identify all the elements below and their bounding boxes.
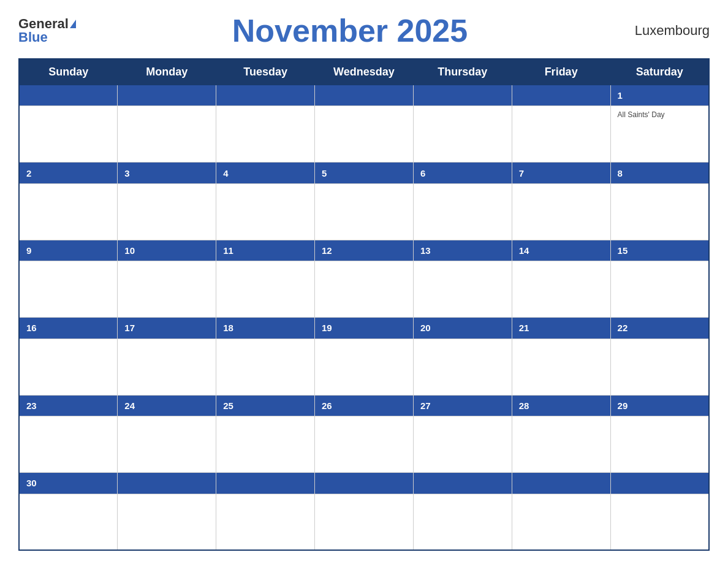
week-5-day-1-date: 24 <box>118 395 216 416</box>
week-4-day-2-content <box>216 339 315 395</box>
week-1-day-5-content <box>512 106 610 163</box>
week-2-content-row <box>19 183 709 240</box>
week-3-day-4-date: 13 <box>413 240 512 261</box>
week-4-day-0-content <box>19 339 118 395</box>
week-5-day-4-content <box>413 416 512 473</box>
logo: General Blue <box>18 17 76 44</box>
week-4-day-3-date: 19 <box>315 318 414 339</box>
week-2-day-3-date: 5 <box>315 163 414 183</box>
week-3-day-0-content <box>19 261 118 318</box>
week-1-day-3-date <box>315 85 414 106</box>
week-3-day-3-date: 12 <box>315 240 414 261</box>
week-5-day-3-content <box>315 416 414 473</box>
week-1-day-4-content <box>413 106 512 163</box>
week-3-day-2-content <box>216 261 315 318</box>
day-number: 22 <box>615 321 705 334</box>
header-thursday: Thursday <box>413 59 512 85</box>
week-2-day-3-content <box>315 183 414 240</box>
day-number: 4 <box>220 167 311 180</box>
week-3-day-0-date: 9 <box>19 240 118 261</box>
day-number: 18 <box>220 321 311 334</box>
week-4-day-6-date: 22 <box>610 318 709 339</box>
week-6-day-0-date: 30 <box>19 473 118 494</box>
week-1-day-0-content <box>19 106 118 163</box>
week-6-day-5-content <box>512 494 610 550</box>
logo-triangle-icon <box>70 20 76 28</box>
week-4-day-6-content <box>610 339 709 395</box>
day-number: 28 <box>516 399 607 412</box>
week-2-day-2-date: 4 <box>216 163 315 183</box>
logo-blue-text: Blue <box>18 31 48 44</box>
week-6-day-0-content <box>19 494 118 550</box>
week-4-day-0-date: 16 <box>19 318 118 339</box>
week-6-day-4-content <box>413 494 512 550</box>
day-number: 12 <box>319 244 409 257</box>
week-2-day-6-content <box>610 183 709 240</box>
week-4-day-4-date: 20 <box>413 318 512 339</box>
day-number: 6 <box>417 167 508 180</box>
week-2-day-2-content <box>216 183 315 240</box>
header-wednesday: Wednesday <box>315 59 414 85</box>
week-6-day-1-content <box>118 494 216 550</box>
day-number: 24 <box>121 399 212 412</box>
week-2-day-1-content <box>118 183 216 240</box>
week-3-content-row <box>19 261 709 318</box>
header-friday: Friday <box>512 59 610 85</box>
week-6-day-2-content <box>216 494 315 550</box>
week-3-date-row: 9101112131415 <box>19 240 709 261</box>
week-4-content-row <box>19 339 709 395</box>
week-5-day-0-content <box>19 416 118 473</box>
week-1-day-0-date <box>19 85 118 106</box>
week-5-date-row: 23242526272829 <box>19 395 709 416</box>
week-5-day-0-date: 23 <box>19 395 118 416</box>
week-5-day-5-content <box>512 416 610 473</box>
header-tuesday: Tuesday <box>216 59 315 85</box>
week-1-day-2-date <box>216 85 315 106</box>
week-1-day-2-content <box>216 106 315 163</box>
day-number: 17 <box>121 321 212 334</box>
day-number: 26 <box>319 399 409 412</box>
week-5-day-2-date: 25 <box>216 395 315 416</box>
week-3-day-5-content <box>512 261 610 318</box>
day-number: 19 <box>319 321 409 334</box>
week-3-day-1-content <box>118 261 216 318</box>
day-number: 5 <box>319 167 409 180</box>
week-4-day-5-date: 21 <box>512 318 610 339</box>
weekday-header-row: Sunday Monday Tuesday Wednesday Thursday… <box>19 59 709 85</box>
day-number: 25 <box>220 399 311 412</box>
header-sunday: Sunday <box>19 59 118 85</box>
week-3-day-5-date: 14 <box>512 240 610 261</box>
week-2-day-1-date: 3 <box>118 163 216 183</box>
week-2-day-4-date: 6 <box>413 163 512 183</box>
week-1-day-3-content <box>315 106 414 163</box>
week-5-content-row <box>19 416 709 473</box>
week-6-day-1-date <box>118 473 216 494</box>
week-6-date-row: 30 <box>19 473 709 494</box>
week-2-day-0-content <box>19 183 118 240</box>
week-4-date-row: 16171819202122 <box>19 318 709 339</box>
week-2-day-4-content <box>413 183 512 240</box>
day-number: 13 <box>417 244 508 257</box>
week-4-day-3-content <box>315 339 414 395</box>
week-1-day-6-date: 1 <box>610 85 709 106</box>
day-number: 2 <box>23 167 113 180</box>
week-6-day-5-date <box>512 473 610 494</box>
week-3-day-6-content <box>610 261 709 318</box>
day-number: 23 <box>23 399 113 412</box>
day-number: 11 <box>220 244 311 257</box>
day-number: 1 <box>615 89 705 102</box>
week-2-day-5-date: 7 <box>512 163 610 183</box>
header-monday: Monday <box>118 59 216 85</box>
day-number: 8 <box>615 167 705 180</box>
week-3-day-6-date: 15 <box>610 240 709 261</box>
day-number: 7 <box>516 167 607 180</box>
day-number: 16 <box>23 321 113 334</box>
week-1-day-5-date <box>512 85 610 106</box>
week-5-day-6-content <box>610 416 709 473</box>
week-2-date-row: 2345678 <box>19 163 709 183</box>
week-1-date-row: 1 <box>19 85 709 106</box>
week-1-day-1-content <box>118 106 216 163</box>
page-header: General Blue November 2025 Luxembourg <box>18 12 710 49</box>
week-4-day-5-content <box>512 339 610 395</box>
week-1-day-4-date <box>413 85 512 106</box>
